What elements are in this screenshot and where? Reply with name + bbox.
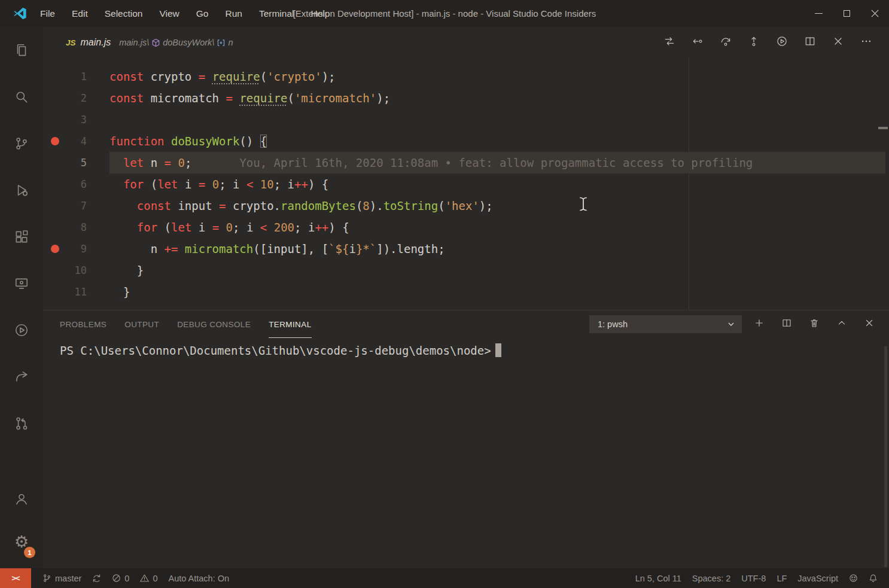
step-over-button[interactable] [720,35,732,50]
activity-pull-request[interactable] [0,400,43,447]
code-editor[interactable]: 1const crypto = require('crypto');2const… [43,58,889,310]
activity-run-circle[interactable] [0,307,43,354]
token: = [165,156,171,169]
breakpoint-gutter-10[interactable] [43,260,67,281]
run-profile-button[interactable] [776,35,788,50]
open-changes-button[interactable] [663,35,675,50]
statusbar-auto-attach[interactable]: Auto Attach: On [163,568,235,588]
breakpoint-gutter-8[interactable] [43,217,67,238]
minimize-button[interactable] [805,0,833,27]
menu-file[interactable]: File [32,0,63,27]
editor-tab-main-js[interactable]: main.js [81,37,111,48]
line-content-10: } [109,260,889,281]
statusbar-encoding[interactable]: UTF-8 [736,568,771,588]
activity-live-share[interactable] [0,354,43,400]
statusbar-notifications[interactable] [863,568,883,588]
maximize-button[interactable] [833,0,861,27]
terminal-view[interactable]: PS C:\Users\Connor\Documents\Github\vsco… [43,338,889,568]
new-terminal-icon [754,318,765,328]
statusbar-branch[interactable]: master [37,568,87,588]
token: } [123,285,130,298]
code-line-10[interactable]: 10 } [43,260,889,281]
code-line-3[interactable]: 3 [43,109,889,130]
kill-terminal-button[interactable] [809,318,820,331]
breakpoint-gutter-3[interactable] [43,109,67,130]
menu-go[interactable]: Go [188,0,217,27]
statusbar-language[interactable]: JavaScript [792,568,844,588]
close-panel-button[interactable] [864,318,875,331]
code-line-9[interactable]: 9 n += micromatch([input], [`${i}*`]).le… [43,238,889,260]
code-line-8[interactable]: 8 for (let i = 0; i < 200; i++) { [43,217,889,238]
maximize-panel-button[interactable] [836,318,847,331]
statusbar-feedback[interactable] [844,568,863,588]
menu-edit[interactable]: Edit [63,0,96,27]
panel-tab-terminal[interactable]: TERMINAL [269,310,311,338]
code-line-4[interactable]: 4function doBusyWork() { [43,130,889,152]
breakpoint-gutter-7[interactable] [43,195,67,217]
activity-run-debug[interactable] [0,167,43,214]
open-changes-icon [663,35,675,47]
token [178,242,184,255]
split-terminal-button[interactable] [781,318,792,331]
panel-tab-problems[interactable]: PROBLEMS [60,310,106,338]
activity-search[interactable] [0,74,43,120]
close-window-button[interactable] [861,0,889,27]
statusbar-indentation[interactable]: Spaces: 2 [687,568,736,588]
panel-tab-debug-console[interactable]: DEBUG CONSOLE [177,310,251,338]
close-panel-icon [864,318,875,328]
code-line-1[interactable]: 1const crypto = require('crypto'); [43,66,889,87]
breakpoint-gutter-11[interactable] [43,281,67,303]
statusbar-warnings[interactable]: 0 [135,568,163,588]
vscode-insiders-logo-icon [13,7,27,20]
close-editor-button[interactable] [832,35,844,50]
new-terminal-button[interactable] [754,318,765,331]
code-line-11[interactable]: 11 } [43,281,889,303]
live-share-icon [14,369,29,385]
token: ); [322,70,336,83]
breadcrumb-item-4[interactable]: n [228,38,233,47]
token: ++ [294,178,308,191]
statusbar-eol[interactable]: LF [771,568,792,588]
breakpoint-gutter-2[interactable] [43,87,67,109]
activity-remote-explorer[interactable] [0,260,43,307]
gutter-10: 10 [43,260,87,281]
terminal-scrollbar[interactable] [884,346,887,567]
step-out-button[interactable] [748,35,760,50]
breakpoint-gutter-1[interactable] [43,66,67,87]
token: for [137,221,157,234]
activity-explorer[interactable] [0,27,43,74]
code-line-5[interactable]: 5 let n = 0;You, April 16th, 2020 11:08a… [43,152,889,173]
step-back-icon [692,35,704,47]
breadcrumb-item-2[interactable]: doBusyWork\ [163,38,214,47]
smiley-icon [849,574,858,583]
breakpoint-gutter-9[interactable] [43,238,67,260]
more-actions-button[interactable] [860,35,872,50]
menu-view[interactable]: View [151,0,187,27]
code-line-7[interactable]: 7 const input = crypto.randomBytes(8).to… [43,195,889,217]
token [205,178,212,191]
statusbar-cursor-position[interactable]: Ln 5, Col 11 [630,568,687,588]
panel-tab-output[interactable]: OUTPUT [124,310,159,338]
terminal-instance-select[interactable]: 1: pwsh [589,315,742,333]
code-line-6[interactable]: 6 for (let i = 0; i < 10; i++) { [43,173,889,195]
breakpoint-gutter-6[interactable] [43,173,67,195]
breakpoint-gutter-5[interactable] [43,152,67,173]
activity-account[interactable] [0,477,43,520]
statusbar-auto-attach-label: Auto Attach: On [168,574,229,583]
remote-indicator[interactable]: >< [0,568,31,588]
activity-settings[interactable]: ⚙1 [0,520,43,563]
breadcrumb-item-0[interactable]: main.js\ [119,38,149,47]
menu-run[interactable]: Run [217,0,250,27]
statusbar-sync[interactable] [87,568,106,588]
activity-source-control[interactable] [0,120,43,167]
step-back-button[interactable] [692,35,704,50]
token [233,92,239,105]
menu-selection[interactable]: Selection [96,0,151,27]
token: < [246,178,253,191]
statusbar-errors[interactable]: 0 [106,568,135,588]
activity-extensions[interactable] [0,214,43,260]
code-line-2[interactable]: 2const micromatch = require('micromatch'… [43,87,889,109]
breakpoint-gutter-4[interactable] [43,130,67,152]
split-editor-button[interactable] [804,35,816,50]
panel-header: PROBLEMSOUTPUTDEBUG CONSOLETERMINAL 1: p… [43,310,889,338]
